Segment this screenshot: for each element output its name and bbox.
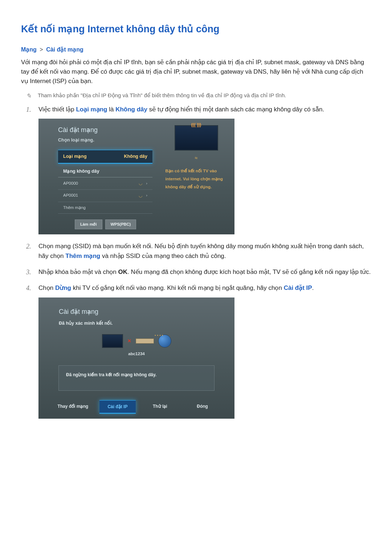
breadcrumb-separator: > [40,46,43,53]
chevron-right-icon: › [146,180,147,187]
tv-icon [102,334,123,348]
ap-row-0[interactable]: AP0000 ◡ › [58,177,152,190]
tv2-title: Cài đặt mạng [59,307,234,317]
retry-button[interactable]: Thử lại [142,400,178,414]
highlight-ip-settings: Cài đặt IP [284,284,312,291]
step-4: Chọn Dừng khi TV cố gắng kết nối vào mạn… [26,283,371,419]
highlight-add-network: Thêm mạng [65,253,100,259]
add-network-row[interactable]: Thêm mạng [58,202,152,214]
tv-thumbnail: ((( ))) [175,125,218,151]
ap-name: AP0000 [63,180,78,187]
breadcrumb: Mạng > Cài đặt mạng [21,45,371,54]
router-icon [136,338,154,344]
note-row: ✎ Tham khảo phần "Địa chỉ IP Động và Tĩn… [21,91,371,101]
network-type-row[interactable]: Loại mạng Không dây [58,150,152,164]
tv2-subtitle: Đã hủy xác minh kết nối. [59,320,234,327]
step-1: Việc thiết lập Loại mạng là Không dây sẽ… [26,105,371,234]
info-text: Bạn có thể kết nối TV vào internet. Vui … [166,167,227,191]
step-2: Chọn mạng (SSID) mà bạn muốn kết nối. Nế… [26,242,371,261]
chevron-right-icon: › [146,192,147,199]
highlight-wireless: Không dây [115,106,147,113]
breadcrumb-a[interactable]: Mạng [21,46,37,53]
highlight-ok: OK [118,268,128,275]
connection-fail-icon: ✕ [127,337,131,345]
refresh-button[interactable]: Làm mới [75,219,102,229]
note-text: Tham khảo phần "Địa chỉ IP Động và Tĩnh"… [38,91,286,100]
wifi-signal-icon: ◡ [139,192,142,199]
change-network-button[interactable]: Thay đổi mạng [52,400,93,414]
ap-name: AP0001 [63,192,78,199]
connection-diagram: ✕ [38,334,234,348]
page-title: Kết nối mạng Internet không dây thủ công [21,22,371,37]
tv-screenshot-2: Cài đặt mạng Đã hủy xác minh kết nối. ✕ … [38,297,234,419]
tv-screenshot-1: Cài đặt mạng Chọn loại mạng. Loại mạng K… [38,119,234,234]
breadcrumb-b[interactable]: Cài đặt mạng [46,46,83,53]
wifi-signal-icon: ◡ [139,180,142,187]
intro-text: Với mạng đòi hỏi phải có một địa chỉ IP … [21,58,371,86]
highlight-stop: Dừng [55,284,71,291]
highlight-net-type: Loại mạng [76,106,107,113]
wifi-list-header: Mạng không dây [58,164,152,177]
tv1-title: Cài đặt mạng [58,125,159,135]
close-button[interactable]: Đóng [184,400,221,414]
diagram-label: abc1234 [38,351,234,357]
network-type-value: Không dây [124,153,147,160]
antenna-icon: ((( ))) [191,122,201,128]
wps-button[interactable]: WPS(PBC) [105,219,136,229]
router-signal-icon: ≈ [195,154,198,162]
step-3: Nhập khóa bảo mật và chọn OK. Nếu mạng đ… [26,267,371,277]
network-type-label: Loại mạng [63,153,87,160]
pencil-icon: ✎ [26,91,31,101]
add-network-label: Thêm mạng [63,205,86,211]
ap-row-1[interactable]: AP0001 ◡ › [58,190,152,202]
ip-settings-button[interactable]: Cài đặt IP [99,400,136,414]
tv1-subtitle: Chọn loại mạng. [58,137,159,144]
status-box: Đã ngừng kiểm tra kết nối mạng không dây… [58,365,215,391]
